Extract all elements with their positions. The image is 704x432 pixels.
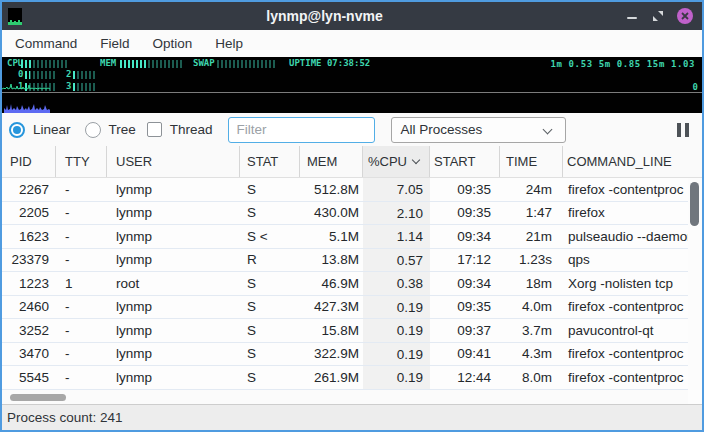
core0-label: 0 [18,70,23,79]
vertical-scrollbar[interactable] [688,178,702,390]
column-header-user[interactable]: USER [107,146,240,177]
column-header-pid[interactable]: PID [2,146,56,177]
table-row[interactable]: 5545-lynmpS261.9M0.1912:448.0mfirefox -c… [2,366,702,390]
cell-stat: S [240,182,300,197]
cell-command_line: pavucontrol-qt [563,323,702,338]
cell-start: 09:37 [430,323,500,338]
cell-user: lynmp [107,346,240,361]
load-average-text: 1m 0.53 5m 0.85 15m 1.03 [551,59,695,69]
process-table: PIDTTYUSERSTATMEM%CPUSTARTTIMECOMMAND_LI… [2,146,702,404]
cell-start: 12:44 [430,370,500,385]
linear-radio[interactable]: Linear [9,122,71,138]
column-header-label: STAT [247,147,278,177]
vertical-scrollbar-handle[interactable] [690,182,699,226]
monitor-divider [2,92,702,93]
cell-stat: R [240,252,300,267]
horizontal-scrollbar[interactable] [2,390,688,404]
cell-pid: 2267 [2,182,56,197]
cell-tty: - [56,299,107,314]
cell-tty: - [56,346,107,361]
titlebar[interactable]: lynmp@lyn-nvme [2,2,702,30]
table-row[interactable]: 2267-lynmpS512.8M7.0509:3524mfirefox -co… [2,178,702,202]
table-row[interactable]: 2205-lynmpS430.0M2.1009:351:47firefox [2,202,702,226]
cell-start: 09:35 [430,205,500,220]
maximize-button[interactable] [652,10,664,22]
table-body: 2267-lynmpS512.8M7.0509:3524mfirefox -co… [2,178,702,390]
column-header-%cpu[interactable]: %CPU [363,146,430,177]
column-header-mem[interactable]: MEM [300,146,363,177]
cell-command_line: firefox -contentproc [563,370,702,385]
process-count: Process count: 241 [7,410,123,425]
cell-pid: 1623 [2,229,56,244]
minimize-button[interactable] [627,9,639,23]
cell-tty: - [56,370,107,385]
table-header: PIDTTYUSERSTATMEM%CPUSTARTTIMECOMMAND_LI… [2,146,702,178]
statusbar: Process count: 241 [2,404,702,430]
system-monitor: CPU MEM SWAP UPTIME 07:38:52 1m 0.53 5m … [2,57,702,113]
table-row[interactable]: 1623-lynmpS <5.1M1.1409:3421mpulseaudio … [2,225,702,249]
cell-start: 09:41 [430,346,500,361]
core3-label: 3 [66,82,71,91]
chevron-down-icon [542,124,552,134]
cell-command_line: firefox -contentproc [563,182,702,197]
cell-mem: 15.8M [300,323,363,338]
cell-stat: S [240,205,300,220]
filter-input[interactable] [228,117,375,143]
close-button[interactable] [677,8,693,24]
core0-meter [25,71,57,79]
cell-%cpu: 0.19 [363,319,430,342]
cell-tty: - [56,252,107,267]
cell-command_line: firefox [563,205,702,220]
table-row[interactable]: 3470-lynmpS322.9M0.1909:414.3mfirefox -c… [2,343,702,367]
process-scope-select[interactable]: All Processes [391,117,566,143]
core2-meter [73,71,95,79]
cell-pid: 2205 [2,205,56,220]
cell-time: 4.0m [500,299,563,314]
column-header-stat[interactable]: STAT [240,146,300,177]
cell-stat: S [240,276,300,291]
core3-meter [73,83,95,91]
cell-start: 09:35 [430,299,500,314]
cell-command_line: Xorg -nolisten tcp [563,276,702,291]
pause-button[interactable] [677,123,689,137]
column-header-label: MEM [307,147,337,177]
column-header-tty[interactable]: TTY [56,146,107,177]
cell-mem: 427.3M [300,299,363,314]
cell-time: 1.23s [500,252,563,267]
column-header-label: TTY [65,147,90,177]
cpu-history-sparkline [2,81,50,91]
table-row[interactable]: 23379-lynmpR13.8M0.5717:121.23sqps [2,249,702,273]
cell-tty: - [56,229,107,244]
tree-radio-label: Tree [109,122,136,137]
swap-label: SWAP [193,59,215,68]
table-row[interactable]: 2460-lynmpS427.3M0.1909:354.0mfirefox -c… [2,296,702,320]
column-header-start[interactable]: START [430,146,500,177]
toolbar: Linear Tree Thread All Processes [2,113,702,146]
horizontal-scrollbar-handle[interactable] [10,394,66,401]
table-row[interactable]: 12231rootS46.9M0.3809:3418mXorg -noliste… [2,272,702,296]
cell-tty: - [56,182,107,197]
menu-item-help[interactable]: Help [212,34,246,53]
cell-%cpu: 0.19 [363,366,430,389]
cell-user: lynmp [107,323,240,338]
thread-checkbox[interactable]: Thread [147,122,213,137]
column-header-time[interactable]: TIME [500,146,563,177]
cell-mem: 430.0M [300,205,363,220]
cell-tty: - [56,205,107,220]
radio-selected-icon [9,122,25,138]
column-header-label: PID [10,147,32,177]
tree-radio[interactable]: Tree [85,122,136,138]
menu-item-option[interactable]: Option [150,34,196,53]
column-header-label: COMMAND_LINE [567,147,672,177]
menu-item-field[interactable]: Field [97,34,132,53]
cell-command_line: firefox -contentproc [563,346,702,361]
menu-item-command[interactable]: Command [12,34,80,53]
cell-time: 1:47 [500,205,563,220]
column-header-label: %CPU [368,147,407,177]
cell-command_line: firefox -contentproc [563,299,702,314]
swap-meter [217,60,277,68]
cell-command_line: qps [563,252,702,267]
cell-user: lynmp [107,370,240,385]
column-header-command_line[interactable]: COMMAND_LINE [563,146,702,177]
table-row[interactable]: 3252-lynmpS15.8M0.1909:373.7mpavucontrol… [2,319,702,343]
